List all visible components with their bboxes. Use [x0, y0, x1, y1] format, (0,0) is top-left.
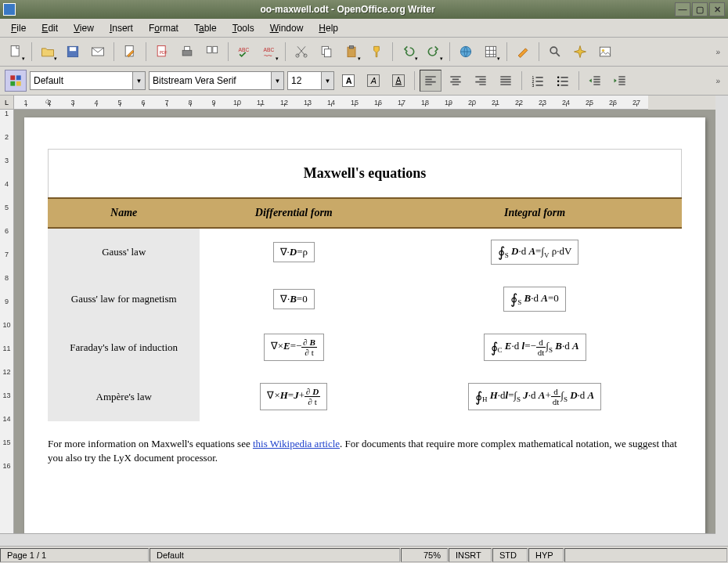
- hyperlink-button[interactable]: [455, 41, 477, 63]
- align-justify-button[interactable]: [495, 70, 517, 92]
- document-viewport[interactable]: Maxwell's equations Name Differential fo…: [14, 110, 715, 533]
- wikipedia-link[interactable]: this Wikipedia article: [253, 438, 340, 449]
- svg-rect-26: [10, 81, 15, 86]
- app-icon: [3, 3, 16, 16]
- svg-rect-0: [11, 46, 19, 56]
- font-size-combo[interactable]: ▼: [287, 71, 334, 90]
- styles-button[interactable]: [5, 70, 27, 92]
- copy-button[interactable]: [315, 41, 337, 63]
- print-button[interactable]: [176, 41, 198, 63]
- col-header-int: Integral form: [387, 198, 682, 228]
- toolbar-overflow-icon[interactable]: »: [715, 77, 723, 85]
- menu-edit[interactable]: Edit: [35, 21, 64, 35]
- document-page: Maxwell's equations Name Differential fo…: [24, 117, 705, 533]
- menu-view[interactable]: View: [67, 21, 100, 35]
- svg-text:3: 3: [532, 83, 535, 88]
- status-zoom[interactable]: 75%: [401, 548, 448, 562]
- status-hyphenation[interactable]: HYP: [528, 548, 564, 562]
- print-preview-button[interactable]: [201, 41, 223, 63]
- svg-point-38: [557, 77, 560, 79]
- svg-rect-7: [182, 50, 192, 56]
- font-name-dropdown-icon[interactable]: ▼: [271, 72, 283, 89]
- statusbar: Page 1 / 1 Default 75% INSRT STD HYP: [0, 546, 728, 563]
- show-draw-button[interactable]: [512, 41, 534, 63]
- undo-button[interactable]: [398, 41, 420, 63]
- vertical-scrollbar[interactable]: [715, 96, 728, 546]
- horizontal-scrollbar[interactable]: [0, 533, 715, 546]
- menu-format[interactable]: Format: [142, 21, 185, 35]
- equation: ∇·B=0: [273, 289, 315, 309]
- font-name-input[interactable]: [150, 72, 271, 89]
- para-text: For more information on Maxwell's equati…: [48, 438, 253, 449]
- maximize-button[interactable]: ▢: [692, 2, 708, 16]
- svg-rect-9: [207, 46, 211, 52]
- decrease-indent-button[interactable]: [584, 70, 606, 92]
- svg-text:PDF: PDF: [160, 50, 168, 55]
- menu-table[interactable]: Table: [188, 21, 223, 35]
- underline-button[interactable]: A: [387, 70, 409, 92]
- menu-tools[interactable]: Tools: [226, 21, 261, 35]
- equation: ∮H H·dl=∫S J·d A+ddt∫S D·d A: [468, 383, 601, 410]
- menu-help[interactable]: Help: [312, 21, 344, 35]
- toolbar-formatting: ▼ ▼ ▼ A A A 123 »: [0, 67, 728, 96]
- export-pdf-button[interactable]: PDF: [151, 41, 173, 63]
- col-header-diff: Differential form: [200, 198, 387, 228]
- row-name: Faraday's law of induction: [48, 323, 200, 372]
- svg-text:ABC: ABC: [239, 47, 250, 52]
- redo-button[interactable]: [423, 41, 445, 63]
- equation: ∮C E·d l=−ddt∫S B·d A: [484, 334, 586, 361]
- font-size-dropdown-icon[interactable]: ▼: [321, 72, 333, 89]
- italic-button[interactable]: A: [362, 70, 384, 92]
- new-doc-button[interactable]: [5, 41, 27, 63]
- edit-doc-button[interactable]: [119, 41, 141, 63]
- bullet-list-button[interactable]: [552, 70, 574, 92]
- menu-file-label: ile: [16, 23, 26, 34]
- toolbar-overflow-icon[interactable]: »: [715, 48, 723, 56]
- svg-point-21: [550, 47, 557, 53]
- status-extra: [564, 548, 727, 562]
- paragraph-style-input[interactable]: [31, 72, 132, 89]
- maxwell-table: Name Differential form Integral form Gau…: [48, 197, 682, 421]
- cut-button[interactable]: [290, 41, 312, 63]
- paste-button[interactable]: [341, 41, 362, 63]
- menu-insert[interactable]: Insert: [103, 21, 139, 35]
- minimize-button[interactable]: —: [675, 2, 690, 16]
- vertical-ruler[interactable]: 12345678910111213141516: [0, 110, 14, 533]
- horizontal-ruler[interactable]: ⌂ 12345678910111213141516171819202122232…: [14, 96, 648, 110]
- autospellcheck-button[interactable]: ABC: [258, 41, 280, 63]
- svg-rect-16: [325, 49, 331, 57]
- navigator-button[interactable]: [569, 41, 591, 63]
- spellcheck-button[interactable]: ABC: [233, 41, 255, 63]
- equation: ∇×E=−∂ B∂ t: [264, 334, 324, 361]
- save-button[interactable]: [62, 41, 84, 63]
- svg-point-39: [557, 81, 560, 83]
- font-name-combo[interactable]: ▼: [149, 71, 284, 90]
- bold-button[interactable]: A: [337, 70, 359, 92]
- table-button[interactable]: [480, 41, 502, 63]
- body-paragraph: For more information on Maxwell's equati…: [48, 437, 682, 465]
- status-selection-mode[interactable]: STD: [492, 548, 528, 562]
- align-center-button[interactable]: [445, 70, 467, 92]
- open-button[interactable]: [37, 41, 59, 63]
- paragraph-style-dropdown-icon[interactable]: ▼: [132, 72, 145, 89]
- svg-rect-18: [350, 46, 354, 49]
- equation: ∇·D=ρ: [273, 242, 315, 262]
- status-insert-mode[interactable]: INSRT: [449, 548, 492, 562]
- font-size-input[interactable]: [288, 72, 321, 89]
- table-row: Faraday's law of induction ∇×E=−∂ B∂ t ∮…: [48, 323, 682, 372]
- format-paintbrush-button[interactable]: [366, 41, 387, 63]
- close-button[interactable]: ✕: [709, 2, 725, 16]
- align-left-button[interactable]: [420, 70, 441, 92]
- numbered-list-button[interactable]: 123: [527, 70, 549, 92]
- paragraph-style-combo[interactable]: ▼: [30, 71, 146, 90]
- email-button[interactable]: [87, 41, 109, 63]
- menu-window[interactable]: Window: [264, 21, 310, 35]
- find-button[interactable]: [544, 41, 566, 63]
- svg-rect-2: [70, 47, 76, 51]
- svg-rect-20: [485, 46, 496, 56]
- gallery-button[interactable]: [594, 41, 616, 63]
- equation: ∮S B·d A=0: [503, 287, 565, 312]
- menu-file[interactable]: File: [5, 21, 32, 35]
- increase-indent-button[interactable]: [609, 70, 631, 92]
- align-right-button[interactable]: [470, 70, 492, 92]
